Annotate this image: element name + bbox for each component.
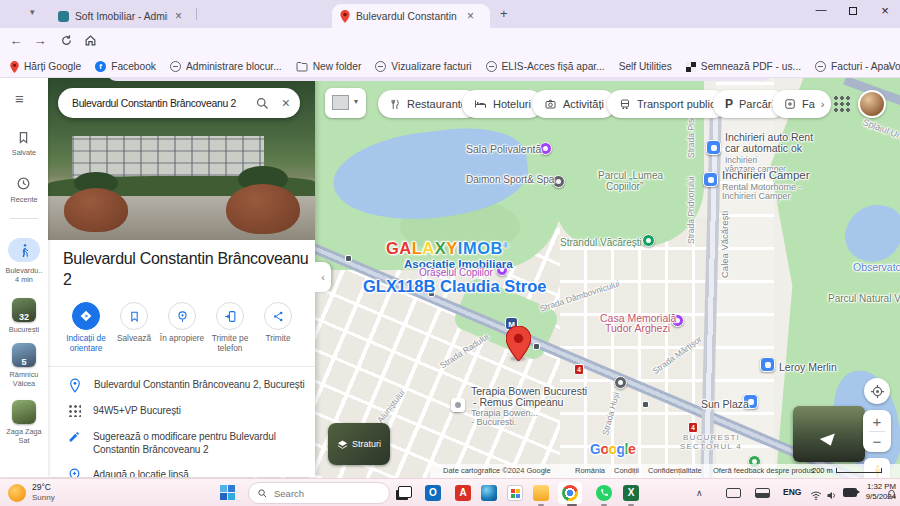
map-label[interactable]: Copiilor” (606, 181, 643, 192)
tab-maps-active[interactable]: Bulevardul Constantin Brâncov × (332, 4, 490, 28)
city-shortcut-bucuresti[interactable]: 32 (12, 298, 36, 322)
forward-icon[interactable]: → (30, 33, 50, 48)
city-shortcut-ramnicu[interactable]: 5 (12, 343, 36, 367)
map-label[interactable]: car automatic ok (725, 142, 802, 154)
start-button-icon[interactable] (220, 485, 235, 500)
reload-icon[interactable] (56, 34, 76, 50)
volume-icon[interactable] (826, 487, 838, 505)
map-label[interactable]: Tudor Arghezi (605, 322, 670, 334)
home-icon[interactable] (80, 34, 100, 50)
window-minimize-button[interactable]: — (812, 3, 830, 15)
poi-rent-car-icon[interactable] (706, 140, 721, 155)
galaxyimob-logo[interactable]: GALAXYIMOB® (386, 239, 509, 258)
whatsapp-app-icon[interactable] (596, 485, 612, 501)
saved-label[interactable]: Salvate (0, 148, 48, 157)
recents-label[interactable]: Recente (0, 195, 48, 204)
city-shortcut-label[interactable]: Sat (0, 436, 48, 445)
map-label[interactable]: GLX118B Claudia Stroe (363, 277, 546, 296)
poi-camper-icon[interactable] (703, 172, 718, 187)
city-shortcut-zaga[interactable] (12, 400, 36, 424)
transit-stop-icon[interactable] (533, 343, 540, 350)
city-shortcut-label[interactable]: Râmnicu (0, 370, 48, 379)
save-button[interactable]: Salvează (108, 302, 160, 344)
map-label[interactable]: - Remus Cimpeanu (473, 396, 563, 408)
account-avatar[interactable] (858, 90, 886, 118)
bookmark-facebook[interactable]: fFacebook (95, 61, 156, 72)
tab-soft-imobiliar[interactable]: Soft Imobiliar - Administrare × (50, 4, 190, 28)
bookmark-harti-google[interactable]: Hărți Google (10, 61, 81, 73)
bookmark-administrare[interactable]: Administrare blocur... (170, 61, 282, 72)
recents-icon[interactable] (16, 176, 31, 195)
tab-close-icon[interactable]: × (467, 9, 474, 23)
directions-button[interactable]: Indicații de orientare (60, 302, 112, 353)
window-close-button[interactable]: × (876, 3, 894, 18)
chip-activitati[interactable]: Activități (532, 90, 616, 118)
attribution-terms[interactable]: Condiții (614, 466, 639, 475)
map-label[interactable]: Observator (853, 261, 900, 273)
outlook-app-icon[interactable]: O (425, 485, 441, 501)
bookmark-elis[interactable]: ELIS-Acces fișă apar... (486, 61, 605, 72)
task-view-icon[interactable] (398, 486, 412, 498)
poi-strandul-icon[interactable] (642, 234, 655, 247)
street-view-preview[interactable] (793, 406, 865, 462)
tab-search-icon[interactable]: ▾ (30, 7, 35, 17)
attribution-feedback[interactable]: Oferă feedback despre produs (713, 466, 814, 475)
add-place-row[interactable]: Adaugă o locație lipsă (48, 468, 315, 477)
clear-search-icon[interactable]: × (282, 95, 290, 111)
google-apps-grid-icon[interactable] (833, 95, 850, 112)
send-to-phone-button[interactable]: Trimite pe telefon (204, 302, 256, 353)
touch-keyboard-icon[interactable] (726, 488, 741, 498)
camera-icon[interactable] (843, 488, 857, 497)
language-indicator[interactable]: ENG (783, 487, 801, 497)
zoom-out-button[interactable]: − (873, 432, 882, 451)
map-label[interactable]: Parcul „Lumea (598, 170, 663, 181)
excel-app-icon[interactable]: X (623, 485, 639, 501)
maps-search-bar[interactable]: × (58, 88, 300, 118)
zoom-in-button[interactable]: + (873, 412, 882, 431)
menu-icon[interactable]: ≡ (15, 90, 24, 107)
map-label[interactable]: Strandul Văcărești (560, 237, 642, 248)
chip-transport-public[interactable]: Transport public (607, 90, 727, 118)
trip-shortcut-time[interactable]: 4 min (0, 275, 48, 284)
window-maximize-button[interactable] (844, 3, 862, 17)
attribution-privacy[interactable]: Confidențialitate (648, 466, 702, 475)
chip-farmacii[interactable]: Fa› (772, 90, 831, 118)
city-shortcut-label[interactable]: Zaga Zaga (0, 427, 48, 436)
collapse-panel-button[interactable]: ‹ (315, 262, 331, 292)
chrome-app-icon[interactable] (562, 485, 578, 501)
poi-leroy-merlin-icon[interactable] (760, 357, 775, 372)
photos-app-icon[interactable] (507, 485, 523, 501)
back-icon[interactable]: ← (6, 33, 26, 48)
city-shortcut-label[interactable]: Vâlcea (0, 379, 48, 388)
map-label[interactable]: Sun Plaza (701, 398, 749, 410)
walking-trip-shortcut[interactable] (8, 238, 40, 262)
layers-button[interactable]: Straturi (328, 423, 390, 465)
my-location-button[interactable] (864, 378, 890, 404)
search-input[interactable] (72, 98, 251, 109)
chips-scroll-icon[interactable]: › (821, 98, 825, 110)
suggest-edit-row[interactable]: Sugerează o modificare pentru Bulevardul… (48, 430, 315, 456)
tab-close-icon[interactable]: × (175, 9, 182, 23)
tray-expand-icon[interactable]: ∧ (696, 488, 703, 498)
globe-app-icon[interactable] (481, 485, 497, 501)
tablet-mode-icon[interactable] (755, 488, 770, 498)
map-label[interactable]: Sala Polivalentă (466, 143, 541, 155)
map-label[interactable]: Leroy Merlin (779, 361, 837, 373)
taskbar-search-input[interactable] (274, 488, 374, 499)
red-a-app-icon[interactable]: A (455, 485, 471, 501)
saved-icon[interactable] (16, 130, 31, 149)
search-icon[interactable] (255, 96, 270, 111)
city-shortcut-label[interactable]: București (0, 325, 48, 334)
plus-code-row[interactable]: 94W5+VP București (48, 404, 315, 417)
map-label[interactable]: Parcul Natural Vă (828, 293, 900, 304)
bookmark-new-folder[interactable]: New folder (296, 61, 362, 72)
mini-map-widget[interactable]: ▾ (325, 88, 366, 118)
file-explorer-icon[interactable] (533, 485, 549, 501)
share-button[interactable]: Trimite (252, 302, 304, 344)
map-label[interactable]: Daimon Sport& Spa (466, 174, 554, 185)
bookmark-semneaza-pdf[interactable]: Semnează PDF - us... (686, 61, 801, 72)
transit-stop-icon[interactable] (642, 401, 649, 408)
notifications-bell-icon[interactable] (886, 487, 897, 505)
bookmark-self-utilities[interactable]: Self Utilities (619, 61, 672, 72)
taskbar-search[interactable] (248, 482, 390, 504)
